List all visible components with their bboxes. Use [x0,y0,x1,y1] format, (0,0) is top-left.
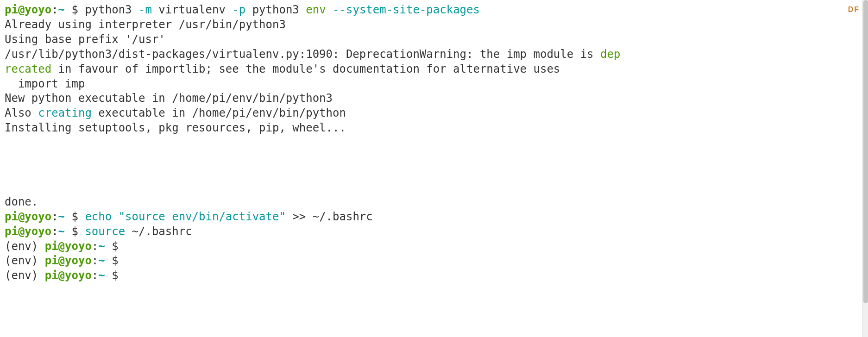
prompt-colon: : [51,3,58,16]
prompt-colon: : [92,254,98,267]
output-line: Using base prefix '/usr' [5,33,165,46]
output-line: Also creating executable in /home/pi/env… [5,106,346,119]
vertical-scrollbar[interactable] [862,0,868,337]
venv-prefix: (env) [5,240,45,253]
prompt-dollar: $ [112,254,125,267]
source-tail: ~/.bashrc [125,225,192,238]
output-line: Installing setuptools, pkg_resources, pi… [5,121,346,134]
line-1: pi@yoyo:~ $ python3 -m virtualenv -p pyt… [5,3,480,16]
output-line: Already using interpreter /usr/bin/pytho… [5,18,286,31]
o6-a: Also [5,106,38,119]
space [326,3,333,16]
warn-recated: recated [5,62,51,75]
line-3: pi@yoyo:~ $ source ~/.bashrc [5,225,192,238]
prompt-colon: : [51,225,58,238]
o6-b: executable in /home/pi/env/bin/python [92,106,346,119]
cmd-source: source [85,225,125,238]
venv-prefix: (env) [5,269,45,282]
scrollbar-thumb[interactable] [863,0,868,303]
mid-text: virtualenv [152,3,232,16]
warn-dep: dep [600,48,620,61]
prompt-user: pi@yoyo [5,225,51,238]
prompt-user: pi@yoyo [45,269,92,282]
df-badge: DF [848,5,860,14]
prompt-dollar: $ [112,269,125,282]
prompt-dollar: $ [72,210,85,223]
output-line: recated in favour of importlib; see the … [5,62,560,75]
prompt-path: ~ [58,3,72,16]
warn-b: in favour of importlib; see the module's… [51,62,560,75]
prompt-path: ~ [98,269,112,282]
line-4: (env) pi@yoyo:~ $ [5,240,125,253]
prompt-path: ~ [98,254,112,267]
prompt-dollar: $ [112,240,125,253]
prompt-user: pi@yoyo [5,3,51,16]
line-6: (env) pi@yoyo:~ $ [5,269,125,282]
prompt-colon: : [92,269,98,282]
prompt-dollar: $ [72,3,85,16]
opt-ssp: --system-site-packages [333,3,480,16]
warn-a: /usr/lib/python3/dist-packages/virtualen… [5,48,600,61]
terminal-output[interactable]: pi@yoyo:~ $ python3 -m virtualenv -p pyt… [5,3,863,283]
quoted-str: "source env/bin/activate" [119,210,286,223]
prompt-colon: : [92,240,98,253]
opt-m: -m [138,3,152,16]
cmd-echo: echo [85,210,118,223]
output-line: New python executable in /home/pi/env/bi… [5,92,333,105]
prompt-colon: : [51,210,58,223]
cmd-text: python3 [85,3,138,16]
prompt-dollar: $ [72,225,85,238]
prompt-user: pi@yoyo [45,240,92,253]
o6-creating: creating [38,106,92,119]
prompt-user: pi@yoyo [45,254,92,267]
output-line: import imp [5,77,85,90]
prompt-path: ~ [98,240,112,253]
opt-p: -p [232,3,245,16]
after-p: python3 [245,3,306,16]
line-5: (env) pi@yoyo:~ $ [5,254,125,267]
output-line: /usr/lib/python3/dist-packages/virtualen… [5,48,620,61]
prompt-user: pi@yoyo [5,210,51,223]
env-arg: env [306,3,326,16]
line-2: pi@yoyo:~ $ echo "source env/bin/activat… [5,210,373,223]
prompt-path: ~ [58,210,72,223]
redir-tail: >> ~/.bashrc [286,210,373,223]
venv-prefix: (env) [5,254,45,267]
prompt-path: ~ [58,225,72,238]
output-line: done. [5,195,38,208]
